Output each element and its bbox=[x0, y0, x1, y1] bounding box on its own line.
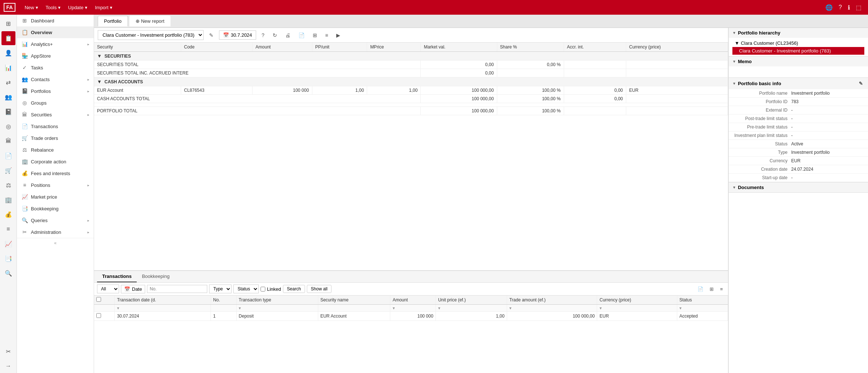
sidebar-item-positions[interactable]: ≡ Positions ▸ bbox=[17, 179, 94, 191]
trans-type-filter[interactable]: Type bbox=[209, 285, 232, 293]
help-icon[interactable]: ? bbox=[836, 3, 845, 12]
sidebar-item-securities[interactable]: 🏛 Securities ▸ bbox=[17, 109, 94, 120]
sidebar-item-appstore[interactable]: 🏪 AppStore bbox=[17, 50, 94, 62]
next-icon[interactable]: ▶ bbox=[334, 30, 343, 40]
sidebar-item-bookkeeping[interactable]: 📑 Bookkeeping bbox=[17, 203, 94, 214]
sidebar-icon-logout[interactable]: → bbox=[1, 359, 15, 373]
trans-select-all[interactable] bbox=[96, 297, 101, 302]
sidebar-icon-dashboard[interactable]: ⊞ bbox=[1, 17, 15, 30]
sidebar-icon-groups[interactable]: ◎ bbox=[1, 119, 15, 133]
sidebar-item-transactions[interactable]: 📄 Transactions bbox=[17, 120, 94, 132]
trans-search-btn[interactable]: Search bbox=[283, 285, 305, 293]
sidebar-item-contacts[interactable]: 👥 Contacts ▸ bbox=[17, 73, 94, 85]
unitprice-filter-arrow[interactable]: ▼ bbox=[437, 306, 441, 310]
globe-icon[interactable]: 🌐 bbox=[822, 3, 836, 12]
securities-total-inc-row: SECURITIES TOTAL INC. ACCRUED INTERE 0,0… bbox=[94, 69, 728, 77]
print-icon[interactable]: 🖨 bbox=[283, 30, 293, 40]
nav-queries-icon: 🔍 bbox=[21, 217, 28, 223]
sidebar-item-corporate[interactable]: 🏢 Corporate action bbox=[17, 156, 94, 167]
sidebar-icon-portfolio[interactable]: 📋 bbox=[1, 31, 15, 45]
nav-tools[interactable]: Tools ▾ bbox=[42, 3, 64, 12]
linked-checkbox-input[interactable] bbox=[261, 287, 265, 291]
sidebar-icon-queries[interactable]: 🔍 bbox=[1, 266, 15, 280]
date-selector[interactable]: 📅 30.7.2024 bbox=[219, 30, 256, 40]
sidebar-item-overview[interactable]: 📋 Overview bbox=[17, 26, 94, 38]
sidebar-item-rebalance[interactable]: ⚖ Rebalance bbox=[17, 144, 94, 156]
basic-info-edit-icon[interactable]: ✎ bbox=[857, 80, 864, 87]
edit-portfolio-icon[interactable]: ✎ bbox=[207, 30, 216, 40]
export-icon[interactable]: 📄 bbox=[296, 30, 307, 40]
sidebar-icon-book[interactable]: 📓 bbox=[1, 105, 15, 119]
type-filter-arrow[interactable]: ▼ bbox=[238, 306, 242, 310]
nav-import[interactable]: Import ▾ bbox=[91, 3, 116, 12]
basicinfo-collapse-icon: ▼ bbox=[732, 82, 736, 86]
trans-filter-all[interactable]: All bbox=[97, 285, 119, 293]
sidebar-icon-corporate[interactable]: 🏢 bbox=[1, 193, 15, 207]
trans-date-filter[interactable]: 📅 Date bbox=[121, 285, 145, 293]
columns-icon[interactable]: ≡ bbox=[323, 30, 331, 40]
status-filter-arrow[interactable]: ▼ bbox=[679, 306, 682, 310]
sidebar-item-portfolios[interactable]: 📓 Portfolios ▸ bbox=[17, 85, 94, 97]
info-icon[interactable]: ℹ bbox=[845, 3, 853, 12]
excel-icon[interactable]: ⊞ bbox=[310, 30, 320, 40]
tradeamount-filter-arrow[interactable]: ▼ bbox=[509, 306, 512, 310]
sidebar-icon-fees[interactable]: 💰 bbox=[1, 207, 15, 221]
sidebar-item-groups[interactable]: ◎ Groups bbox=[17, 97, 94, 109]
tab-new-report[interactable]: ⊕ New report bbox=[129, 16, 171, 26]
trans-export-icon[interactable]: 📄 bbox=[695, 285, 706, 293]
hierarchy-header[interactable]: ▼ Portfolio hierarchy bbox=[729, 28, 868, 38]
sidebar-icon-tradeorders[interactable]: 🛒 bbox=[1, 163, 15, 177]
amount-filter-arrow[interactable]: ▼ bbox=[392, 306, 395, 310]
tasks-icon: ✓ bbox=[21, 65, 28, 70]
trans-col-tradeamount: Trade amount (ef.) bbox=[507, 296, 597, 305]
portfolio-content: Clara Customer - Investment portfolio (7… bbox=[94, 28, 868, 373]
trans-no-input[interactable] bbox=[147, 285, 207, 293]
sidebar-icon-rebalance[interactable]: ⚖ bbox=[1, 178, 15, 192]
trans-show-all-btn[interactable]: Show all bbox=[307, 285, 331, 293]
row-checkbox[interactable] bbox=[96, 313, 101, 318]
sidebar-icon-bookkeeping[interactable]: 📑 bbox=[1, 251, 15, 265]
sidebar-item-analytics[interactable]: 📊 Analytics+ ▸ bbox=[17, 38, 94, 50]
top-nav: FA New ▾ Tools ▾ Update ▾ Import ▾ 🌐 ? ℹ… bbox=[0, 0, 868, 15]
refresh-icon[interactable]: ↻ bbox=[270, 30, 280, 40]
sidebar-item-dashboard[interactable]: ⊞ Dashboard bbox=[17, 15, 94, 26]
trans-tabs: Transactions Bookkeeping bbox=[94, 271, 728, 283]
sidebar-item-administration[interactable]: ✂ Administration ▸ bbox=[17, 226, 94, 238]
trans-columns-icon[interactable]: ≡ bbox=[718, 285, 725, 293]
nav-new[interactable]: New ▾ bbox=[21, 3, 42, 12]
hierarchy-customer[interactable]: ▼ Clara Customer (CL23456) bbox=[732, 39, 864, 47]
tab-bookkeeping[interactable]: Bookkeeping bbox=[137, 271, 175, 282]
tab-transactions[interactable]: Transactions bbox=[97, 271, 137, 282]
sidebar-item-marketprice[interactable]: 📈 Market price bbox=[17, 191, 94, 203]
trans-status-filter[interactable]: Status bbox=[233, 285, 259, 293]
logout-icon[interactable]: ⬚ bbox=[853, 3, 864, 12]
sidebar-icon-securities[interactable]: 🏛 bbox=[1, 134, 15, 148]
sidebar-item-tradeorders[interactable]: 🛒 Trade orders bbox=[17, 132, 94, 144]
basic-info-header[interactable]: ▼ Portfolio basic info ✎ bbox=[729, 78, 868, 89]
sidebar-icon-chart[interactable]: 📊 bbox=[1, 61, 15, 75]
nav-collapse-btn[interactable]: « bbox=[17, 238, 94, 248]
sidebar-item-fees[interactable]: 💰 Fees and interests bbox=[17, 167, 94, 179]
portfolio-selector[interactable]: Clara Customer - Investment portfolio (7… bbox=[98, 30, 204, 40]
date-filter-arrow[interactable]: ▼ bbox=[116, 306, 120, 310]
sidebar-icon-administration[interactable]: ✂ bbox=[1, 344, 15, 358]
sidebar-icon-marketprice[interactable]: 📈 bbox=[1, 237, 15, 251]
memo-header[interactable]: ▼ Memo bbox=[729, 57, 868, 66]
hierarchy-portfolio[interactable]: Clara Customer - Investment portfolio (7… bbox=[732, 47, 864, 55]
sidebar-icon-user[interactable]: 👤 bbox=[1, 46, 15, 60]
positions-arrow: ▸ bbox=[87, 183, 89, 187]
sidebar-icon-contacts[interactable]: 👥 bbox=[1, 90, 15, 104]
documents-header[interactable]: ▼ Documents bbox=[729, 182, 868, 192]
nav-update[interactable]: Update ▾ bbox=[64, 3, 91, 12]
table-row[interactable]: 30.07.2024 1 Deposit EUR Account 100 000… bbox=[94, 312, 728, 321]
tab-portfolio[interactable]: Portfolio bbox=[98, 16, 128, 26]
trans-linked-checkbox[interactable]: Linked bbox=[261, 286, 281, 292]
sidebar-icon-transactions[interactable]: 📄 bbox=[1, 149, 15, 163]
sidebar-item-tasks[interactable]: ✓ Tasks bbox=[17, 62, 94, 73]
help-portfolio-icon[interactable]: ? bbox=[259, 30, 267, 40]
currency-filter-arrow[interactable]: ▼ bbox=[599, 306, 602, 310]
sidebar-icon-positions[interactable]: ≡ bbox=[1, 222, 15, 236]
sidebar-icon-flow[interactable]: ⇄ bbox=[1, 75, 15, 89]
trans-excel-icon[interactable]: ⊞ bbox=[707, 285, 716, 293]
sidebar-item-queries[interactable]: 🔍 Queries ▸ bbox=[17, 214, 94, 226]
